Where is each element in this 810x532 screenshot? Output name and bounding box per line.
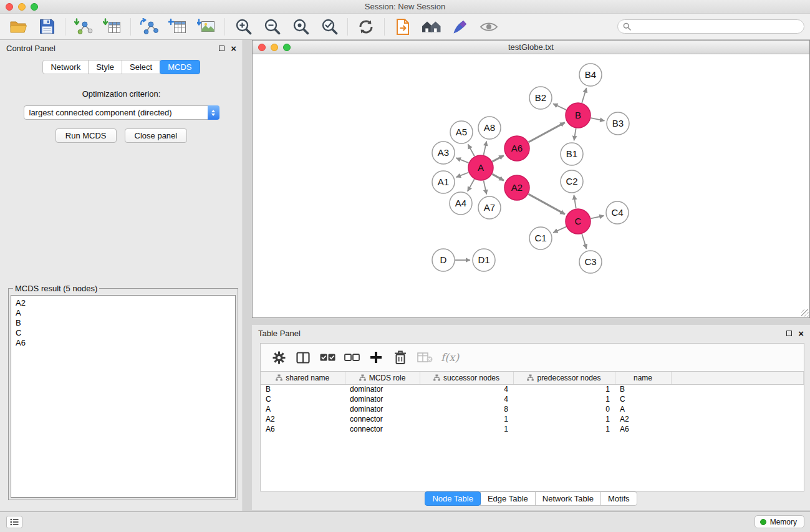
graph-node-B[interactable]: B [566, 103, 591, 128]
tab-edge-table[interactable]: Edge Table [480, 491, 536, 506]
tab-style[interactable]: Style [88, 60, 122, 74]
graph-edge-B-B1[interactable] [574, 128, 576, 141]
graph-node-A[interactable]: A [468, 155, 493, 180]
apply-style-brush-icon[interactable] [450, 17, 471, 37]
graph-edge-A-A8[interactable] [483, 141, 486, 155]
mcds-result-item[interactable]: C [16, 328, 231, 338]
graph-edge-A-A3[interactable] [456, 158, 468, 163]
tab-network[interactable]: Network [42, 60, 89, 74]
mcds-result-list[interactable]: A2ABCA6 [11, 295, 236, 498]
table-settings-gear-icon[interactable] [271, 349, 287, 365]
table-row[interactable]: Adominator80A [261, 404, 804, 414]
graph-edge-C-C2[interactable] [574, 195, 576, 209]
graph-edge-C-C3[interactable] [582, 234, 586, 249]
mcds-result-item[interactable]: A2 [16, 298, 231, 308]
cell-predecessor-nodes[interactable]: 1 [513, 384, 615, 394]
cell-shared-name[interactable]: B [261, 384, 345, 394]
table-row[interactable]: A2connector11A2 [261, 414, 804, 424]
graph-node-C[interactable]: C [566, 209, 591, 234]
graph-node-A4[interactable]: A4 [450, 192, 472, 215]
graph-node-A3[interactable]: A3 [432, 142, 455, 164]
cell-mcds-role[interactable]: connector [345, 414, 420, 424]
float-panel-icon[interactable] [219, 46, 224, 51]
table-row[interactable]: Bdominator41B [261, 384, 804, 394]
cell-shared-name[interactable]: A6 [261, 424, 345, 434]
cell-shared-name[interactable]: A [261, 404, 345, 414]
zoom-in-icon[interactable] [233, 17, 254, 37]
graph-node-C3[interactable]: C3 [579, 251, 602, 273]
optimization-criterion-select[interactable]: largest connected component (directed) [24, 105, 219, 120]
memory-button[interactable]: Memory [755, 515, 804, 528]
graph-edge-C-C4[interactable] [591, 216, 604, 219]
graph-node-C4[interactable]: C4 [606, 201, 629, 224]
graph-node-A6[interactable]: A6 [504, 136, 529, 161]
show-columns-icon[interactable] [295, 349, 311, 365]
cell-mcds-role[interactable]: dominator [345, 404, 420, 414]
graph-edge-A-A4[interactable] [468, 179, 475, 191]
tab-select[interactable]: Select [122, 60, 160, 74]
import-table-icon[interactable] [102, 17, 123, 37]
network-canvas[interactable]: B4B2BB3A5A8A6B1A3AA1C2A2A4A7C4CC1C3DD1 [253, 54, 809, 317]
graph-edge-A6-B[interactable] [528, 122, 564, 142]
open-folder-icon[interactable] [7, 17, 29, 37]
network-window-titlebar[interactable]: testGlobe.txt [253, 41, 809, 54]
graph-edge-A2-C[interactable] [528, 194, 565, 214]
graph-node-A8[interactable]: A8 [478, 117, 501, 139]
cell-shared-name[interactable]: A2 [261, 414, 345, 424]
graph-node-A5[interactable]: A5 [450, 121, 473, 143]
graph-node-A7[interactable]: A7 [478, 196, 501, 219]
graph-edge-B-B3[interactable] [591, 118, 605, 120]
cell-successor-nodes[interactable]: 1 [420, 424, 513, 434]
cell-mcds-role[interactable]: dominator [345, 384, 420, 394]
table-row[interactable]: A6connector11A6 [261, 424, 804, 434]
graph-node-B2[interactable]: B2 [529, 87, 552, 109]
first-neighbors-home-icon[interactable] [421, 17, 442, 37]
zoom-selected-icon[interactable] [319, 17, 340, 37]
cell-predecessor-nodes[interactable]: 1 [513, 424, 615, 434]
graph-edge-A-A1[interactable] [456, 173, 469, 178]
new-table-icon[interactable] [167, 17, 188, 37]
refresh-icon[interactable] [355, 17, 377, 37]
table-row[interactable]: Cdominator41C [261, 394, 804, 404]
column-header-name[interactable]: name [615, 372, 671, 384]
cell-predecessor-nodes[interactable]: 0 [513, 404, 615, 414]
cell-successor-nodes[interactable]: 4 [420, 394, 513, 404]
delete-rows-trash-icon[interactable] [392, 349, 408, 365]
search-field[interactable] [617, 19, 804, 34]
window-resize-grip[interactable] [801, 309, 809, 317]
column-header-predecessor-nodes[interactable]: predecessor nodes [513, 372, 615, 384]
cell-predecessor-nodes[interactable]: 1 [513, 394, 615, 404]
graph-edge-A-A5[interactable] [468, 144, 475, 156]
graph-edge-A-A7[interactable] [483, 181, 486, 195]
graph-node-A1[interactable]: A1 [432, 171, 455, 193]
graph-edge-C-C1[interactable] [553, 227, 566, 233]
mcds-result-item[interactable]: B [16, 318, 231, 328]
task-history-button[interactable] [6, 516, 22, 528]
cell-name[interactable]: C [615, 394, 671, 404]
zoom-out-icon[interactable] [261, 17, 282, 37]
save-icon[interactable] [36, 17, 57, 37]
new-network-icon[interactable] [138, 17, 160, 37]
graph-node-B4[interactable]: B4 [579, 64, 602, 86]
export-image-icon[interactable] [196, 17, 217, 37]
select-all-rows-icon[interactable] [319, 349, 335, 365]
graph-node-C1[interactable]: C1 [529, 227, 552, 249]
import-network-icon[interactable] [73, 17, 94, 37]
show-hide-eye-icon[interactable] [478, 17, 499, 37]
close-panel-icon[interactable]: × [231, 46, 236, 51]
tab-node-table[interactable]: Node Table [425, 491, 481, 506]
float-table-panel-icon[interactable] [786, 331, 792, 336]
tab-network-table[interactable]: Network Table [535, 491, 601, 506]
cell-name[interactable]: A [615, 404, 671, 414]
close-panel-button[interactable]: Close panel [125, 128, 188, 143]
column-header-shared-name[interactable]: shared name [261, 372, 345, 384]
cell-name[interactable]: A2 [615, 414, 671, 424]
graph-node-D[interactable]: D [432, 249, 455, 271]
graph-edge-A-A6[interactable] [493, 155, 504, 162]
search-input[interactable] [635, 22, 799, 31]
graph-node-B3[interactable]: B3 [607, 112, 629, 135]
graph-edge-A-A2[interactable] [492, 174, 504, 180]
graph-node-A2[interactable]: A2 [504, 175, 529, 200]
graph-node-B1[interactable]: B1 [561, 143, 583, 165]
cell-name[interactable]: B [615, 384, 671, 394]
